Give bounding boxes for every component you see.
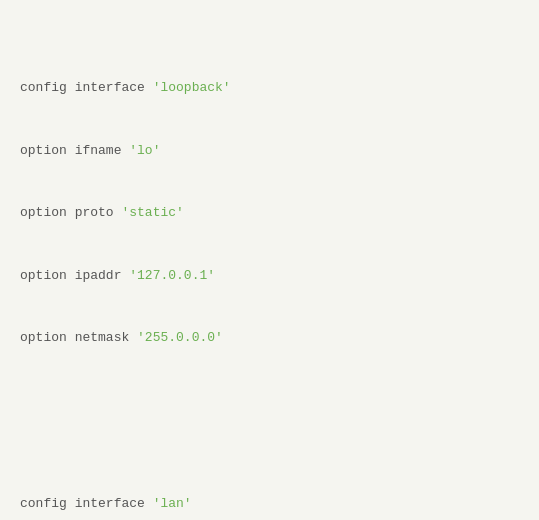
- val-127001: '127.0.0.1': [129, 268, 215, 283]
- val-static: 'static': [121, 205, 183, 220]
- type-interface: interface: [75, 496, 145, 511]
- val-255000: '255.0.0.0': [137, 330, 223, 345]
- key-proto: proto: [75, 205, 114, 220]
- config-lan-line: config interface 'lan': [20, 494, 519, 515]
- code-editor: config interface 'loopback' option ifnam…: [20, 16, 519, 520]
- option-netmask-255000: option netmask '255.0.0.0': [20, 328, 519, 349]
- keyword-config: config: [20, 80, 67, 95]
- config-loopback-line: config interface 'loopback': [20, 78, 519, 99]
- keyword-option: option: [20, 330, 67, 345]
- option-ifname-lo: option ifname 'lo': [20, 141, 519, 162]
- blank-line-1: [20, 390, 519, 411]
- option-ipaddr-127: option ipaddr '127.0.0.1': [20, 266, 519, 287]
- name-loopback: 'loopback': [153, 80, 231, 95]
- keyword-option: option: [20, 143, 67, 158]
- type-interface: interface: [75, 80, 145, 95]
- keyword-option: option: [20, 205, 67, 220]
- keyword-option: option: [20, 268, 67, 283]
- option-proto-static-1: option proto 'static': [20, 203, 519, 224]
- val-lo: 'lo': [129, 143, 160, 158]
- key-ifname: ifname: [75, 143, 122, 158]
- keyword-config: config: [20, 496, 67, 511]
- key-netmask: netmask: [75, 330, 130, 345]
- name-lan: 'lan': [153, 496, 192, 511]
- key-ipaddr: ipaddr: [75, 268, 122, 283]
